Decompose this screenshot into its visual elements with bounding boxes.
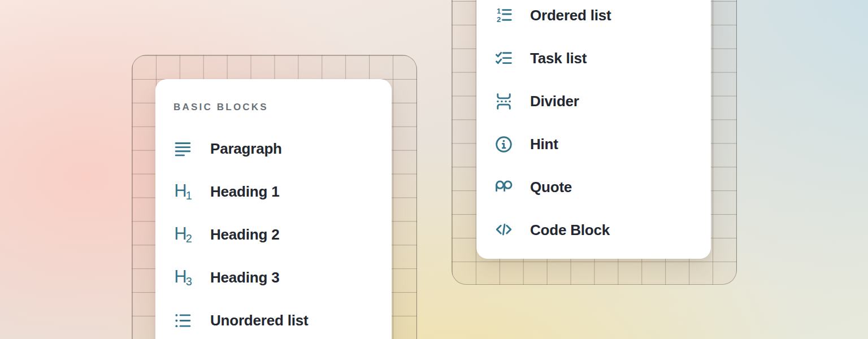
unordered-list-icon — [173, 311, 192, 330]
svg-text:2: 2 — [497, 15, 501, 24]
menu-item-task-list[interactable]: Task list — [476, 46, 711, 71]
menu-item-heading-3[interactable]: H3 Heading 3 — [155, 265, 392, 290]
menu-item-paragraph[interactable]: Paragraph — [155, 136, 392, 161]
task-list-icon — [494, 49, 513, 68]
menu-item-label: Task list — [530, 50, 587, 67]
heading-1-icon: H1 — [173, 182, 192, 201]
paragraph-icon — [173, 140, 192, 158]
block-menu-continued: 1 2 Ordered list Task list — [476, 0, 711, 259]
heading-2-icon: H2 — [173, 225, 192, 244]
menu-item-label: Heading 1 — [210, 183, 279, 201]
menu-item-divider[interactable]: Divider — [476, 89, 711, 114]
menu-item-ordered-list[interactable]: 1 2 Ordered list — [476, 3, 711, 28]
menu-item-label: Paragraph — [210, 140, 282, 158]
menu-item-label: Hint — [530, 136, 558, 153]
quote-icon — [494, 178, 513, 197]
menu-item-label: Divider — [530, 93, 579, 110]
code-block-icon — [494, 221, 513, 240]
hint-icon — [494, 135, 513, 154]
menu-item-list: 1 2 Ordered list Task list — [476, 3, 711, 242]
menu-item-label: Code Block — [530, 221, 610, 239]
menu-section-header: BASIC BLOCKS — [173, 102, 392, 113]
menu-item-label: Ordered list — [530, 7, 611, 24]
menu-item-label: Heading 3 — [210, 269, 279, 286]
divider-icon — [494, 92, 513, 111]
menu-item-heading-2[interactable]: H2 Heading 2 — [155, 222, 392, 247]
menu-item-heading-1[interactable]: H1 Heading 1 — [155, 179, 392, 204]
heading-3-icon: H3 — [173, 268, 192, 287]
menu-item-label: Quote — [530, 179, 572, 196]
svg-text:1: 1 — [497, 6, 501, 15]
menu-item-list: Paragraph H1 Heading 1 H2 Heading 2 H3 H… — [155, 136, 392, 333]
menu-item-quote[interactable]: Quote — [476, 175, 711, 199]
menu-item-code-block[interactable]: Code Block — [476, 218, 711, 242]
menu-item-hint[interactable]: Hint — [476, 132, 711, 157]
menu-item-label: Unordered list — [210, 312, 308, 329]
ordered-list-icon: 1 2 — [494, 6, 513, 25]
menu-item-label: Heading 2 — [210, 226, 279, 244]
menu-item-unordered-list[interactable]: Unordered list — [155, 308, 392, 333]
block-menu-basic-blocks: BASIC BLOCKS Paragraph H1 Heading 1 H2 — [155, 79, 392, 339]
